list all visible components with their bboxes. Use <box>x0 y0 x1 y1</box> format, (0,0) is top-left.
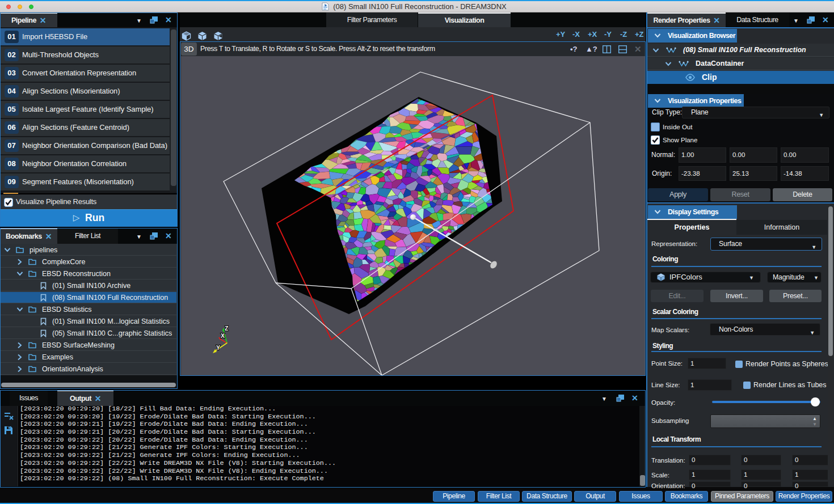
svg-text:Z: Z <box>225 325 229 332</box>
svg-text:X: X <box>221 332 225 339</box>
svg-text:Y: Y <box>216 344 220 351</box>
